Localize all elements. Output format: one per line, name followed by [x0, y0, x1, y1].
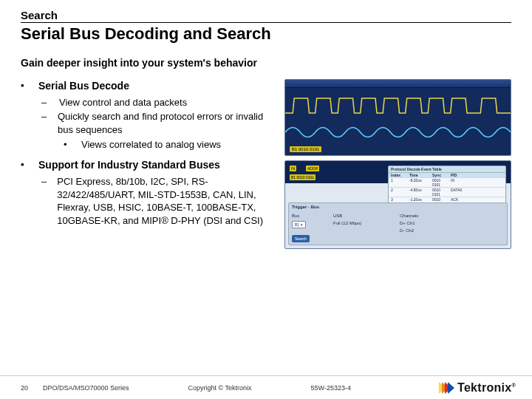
bullet-dash: – [41, 175, 47, 227]
list-item: PCI Express, 8b/10b, I2C, SPI, RS-32/422… [57, 175, 276, 227]
label: Channels [400, 214, 418, 218]
cell: -8.20us [409, 178, 430, 187]
cell: DATA0 [451, 188, 467, 197]
footer-copyright: Copyright © Tektronix [188, 384, 252, 392]
cell: 2 [391, 188, 407, 197]
bullet-dash: – [41, 96, 49, 109]
label: Bus [292, 214, 299, 218]
kicker: Search [21, 9, 511, 23]
label: D+ Ch1 [400, 221, 415, 225]
list-item: Views correlated to analog views [81, 138, 221, 151]
section-heading: Serial Bus Decode [38, 79, 129, 93]
bullet-square: ▪ [21, 158, 28, 172]
table-header: Sync [432, 173, 449, 177]
oscilloscope-screenshot: B1 0010 0101 [284, 79, 511, 156]
list-item: Quickly search and find protocol errors … [58, 110, 276, 136]
panel-title: Trigger - Bus [292, 205, 319, 209]
section-heading: Support for Industry Standard Buses [38, 158, 220, 172]
cell: 1 [391, 178, 407, 187]
label: D- Ch2 [400, 228, 414, 233]
footer-series: DPO/DSA/MSO70000 Series [43, 384, 129, 392]
footer-docnum: 55W-25323-4 [311, 384, 351, 392]
channel-badge: B1 0010 0101 [290, 174, 316, 180]
packet-chip: IN [290, 166, 296, 171]
bullet-dash: – [41, 110, 47, 136]
cell: 0010 0101 [432, 178, 449, 187]
list-item: View control and data packets [59, 96, 187, 109]
label: USB [333, 214, 342, 218]
table-header: Index [391, 173, 407, 177]
bus-dropdown[interactable]: B1 ▾ [292, 221, 306, 228]
body-text: ▪ Serial Bus Decode – View control and d… [21, 79, 276, 249]
decode-screenshot: IN ADDR B1 0010 0101 Protocol Decode Eve… [284, 160, 511, 249]
bullet-square: ▪ [21, 79, 28, 93]
logo-text: Tektronix® [457, 381, 516, 395]
tektronix-logo: Tektronix® [443, 381, 516, 395]
footer: 20 DPO/DSA/MSO70000 Series Copyright © T… [0, 375, 532, 399]
logo-chevrons-icon [443, 381, 454, 395]
table-title: Protocol Decode Event Table [389, 166, 505, 173]
packet-chip: ADDR [306, 166, 319, 171]
screenshot-column: B1 0010 0101 IN ADDR B1 0010 0101 Protoc… [284, 79, 511, 249]
label: Full (12 Mbps) [333, 221, 361, 225]
trigger-panel: Trigger - Bus Bus B1 ▾ USB Full (12 Mbps… [288, 202, 508, 245]
subtitle: Gain deeper insight into your system's b… [21, 57, 511, 69]
cell: IN [451, 178, 467, 187]
channel-badge: B1 0010 0101 [290, 146, 321, 152]
bullet-dot: • [64, 138, 71, 151]
page-title: Serial Bus Decoding and Search [21, 24, 511, 44]
page-number: 20 [21, 384, 43, 392]
table-header: Time [409, 173, 430, 177]
search-button[interactable]: Search [292, 235, 310, 242]
cell: 0010 0101 [432, 188, 449, 197]
cell: -4.80us [409, 188, 430, 197]
table-header: PID [451, 173, 467, 177]
